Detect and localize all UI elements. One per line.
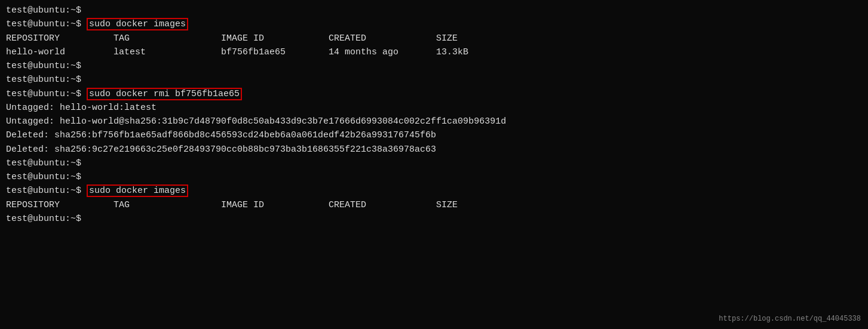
line-6: test@ubuntu:~$ [6,73,862,87]
line-10: Deleted: sha256:bf756fb1ae65adf866bd8c45… [6,128,862,142]
line-13: test@ubuntu:~$ [6,170,862,184]
command-box-2: sudo docker rmi bf756fb1ae65 [87,88,242,100]
command-box-3: sudo docker images [87,185,188,197]
line-2: test@ubuntu:~$ sudo docker images [6,17,862,31]
prompt-2: test@ubuntu:~$ [6,19,87,29]
line-11: Deleted: sha256:9c27e219663c25e0f2849379… [6,143,862,156]
line-7: test@ubuntu:~$ sudo docker rmi bf756fb1a… [6,87,862,101]
line-9: Untagged: hello-world@sha256:31b9c7d4879… [6,115,862,128]
line-1: test@ubuntu:~$ [6,4,862,17]
line-16: test@ubuntu:~$ [6,212,862,226]
line-14: test@ubuntu:~$ sudo docker images [6,184,862,198]
line-4: hello-world latest bf756fb1ae65 14 month… [6,45,862,59]
line-3: REPOSITORY TAG IMAGE ID CREATED SIZE [6,32,862,45]
line-5: test@ubuntu:~$ [6,59,862,73]
line-15: REPOSITORY TAG IMAGE ID CREATED SIZE [6,198,862,212]
prompt-7: test@ubuntu:~$ [6,89,87,99]
terminal-window: test@ubuntu:~$ test@ubuntu:~$ sudo docke… [0,0,868,329]
watermark: https://blog.csdn.net/qq_44045338 [719,315,861,323]
line-12: test@ubuntu:~$ [6,156,862,170]
command-box-1: sudo docker images [87,18,188,30]
line-8: Untagged: hello-world:latest [6,101,862,115]
prompt-14: test@ubuntu:~$ [6,186,87,196]
